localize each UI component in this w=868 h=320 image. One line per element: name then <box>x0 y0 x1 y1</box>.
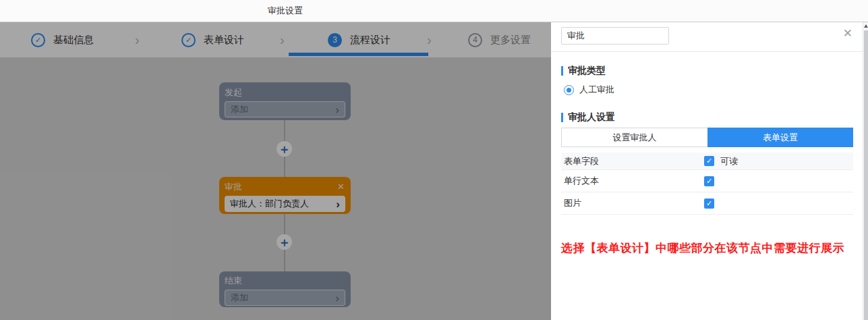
row-label: 表单字段 <box>564 155 704 167</box>
table-row: 单行文本 ✓ <box>561 170 853 192</box>
checkbox-checked-icon[interactable]: ✓ <box>704 198 714 209</box>
table-row: 表单字段 ✓ 可读 <box>561 153 853 170</box>
section-title: 审批类型 <box>568 65 606 77</box>
form-display-hint: 选择【表单设计】中哪些部分在该节点中需要进行展示 <box>561 240 853 256</box>
close-icon[interactable]: ✕ <box>843 28 852 39</box>
modal-dim-overlay <box>0 22 551 320</box>
table-row: 图片 ✓ <box>561 192 853 215</box>
flow-designer-region: ✓ 基础信息 › ✓ 表单设计 › 3 流程设计 › 4 更多设置 发起 添加 … <box>0 22 551 320</box>
section-approval-type: 审批类型 <box>561 65 853 76</box>
scroll-up-arrow-icon[interactable] <box>864 24 868 28</box>
vertical-scrollbar[interactable] <box>863 22 868 320</box>
approver-tabs: 设置审批人 表单设置 <box>561 128 853 147</box>
form-fields-table: 表单字段 ✓ 可读 单行文本 ✓ 图片 ✓ <box>561 153 853 215</box>
node-settings-panel: ✕ 审批类型 人工审批 审批人设置 设置审批人 表单设置 表单字段 ✓ 可读 单… <box>551 22 863 320</box>
section-approver-settings: 审批人设置 <box>561 112 853 122</box>
row-label: 单行文本 <box>564 175 704 187</box>
divider <box>551 51 863 52</box>
radio-label: 人工审批 <box>579 84 614 96</box>
checkbox-label: 可读 <box>720 155 738 167</box>
node-name-input[interactable] <box>561 27 669 45</box>
top-title-bar: 审批设置 <box>0 0 868 22</box>
tab-set-approver[interactable]: 设置审批人 <box>561 128 707 147</box>
tab-form-settings[interactable]: 表单设置 <box>707 128 853 147</box>
section-title: 审批人设置 <box>568 111 615 124</box>
section-accent-bar <box>561 66 563 76</box>
checkbox-checked-icon[interactable]: ✓ <box>704 156 714 166</box>
radio-selected-icon <box>564 85 574 95</box>
checkbox-checked-icon[interactable]: ✓ <box>704 176 714 186</box>
radio-manual-approval[interactable]: 人工审批 <box>564 84 853 95</box>
scrollbar-thumb[interactable] <box>864 30 868 320</box>
section-accent-bar <box>561 113 563 122</box>
page-title: 审批设置 <box>0 0 571 22</box>
row-label: 图片 <box>564 197 704 209</box>
